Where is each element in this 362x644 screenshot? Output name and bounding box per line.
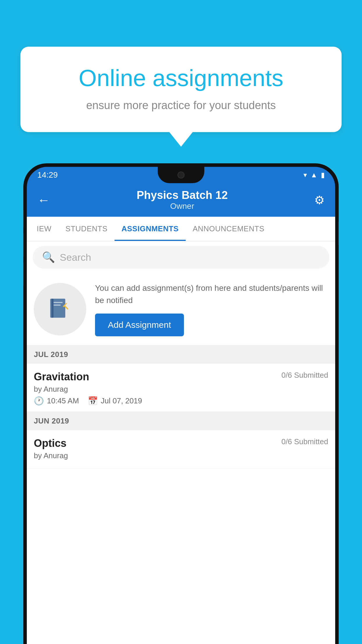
assignment-date: 📅 Jul 07, 2019 [88, 396, 142, 406]
front-camera [178, 172, 184, 178]
speech-bubble-title: Online assignments [44, 64, 318, 92]
battery-icon: ▮ [321, 171, 325, 179]
svg-rect-3 [54, 304, 61, 305]
section-header-jun: JUN 2019 [27, 412, 335, 430]
assignment-top-row: Gravitation 0/6 Submitted [34, 371, 328, 383]
assignment-author-optics: by Anurag [34, 451, 328, 460]
notch [158, 167, 204, 183]
clock-icon: 🕐 [34, 396, 44, 406]
status-icons: ▾ ▲ ▮ [303, 171, 325, 179]
signal-icon: ▲ [310, 171, 317, 179]
svg-rect-2 [54, 302, 63, 303]
batch-name: Physics Batch 12 [50, 189, 314, 202]
time-value: 10:45 AM [47, 396, 79, 405]
speech-bubble-wrapper: Online assignments ensure more practice … [20, 47, 342, 147]
tab-assignments[interactable]: ASSIGNMENTS [115, 217, 186, 241]
speech-bubble-subtitle: ensure more practice for your students [44, 99, 318, 112]
status-time: 14:29 [37, 170, 58, 180]
assignment-top-row-optics: Optics 0/6 Submitted [34, 437, 328, 449]
promo-text: You can add assignment(s) from here and … [95, 282, 328, 307]
svg-rect-1 [52, 299, 54, 318]
search-bar-wrapper: 🔍 Search [27, 241, 335, 273]
assignment-item-gravitation[interactable]: Gravitation 0/6 Submitted by Anurag 🕐 10… [27, 364, 335, 412]
volume-down-button [23, 233, 24, 257]
section-header-jul: JUL 2019 [27, 345, 335, 364]
assignment-meta: 🕐 10:45 AM 📅 Jul 07, 2019 [34, 396, 328, 406]
promo-right: You can add assignment(s) from here and … [95, 282, 328, 336]
tab-students[interactable]: STUDENTS [59, 217, 115, 241]
volume-up-button [23, 210, 24, 228]
assignment-time: 🕐 10:45 AM [34, 396, 79, 406]
phone-frame: 14:29 ▾ ▲ ▮ ← Physics Batch 12 Owner ⚙ I… [23, 163, 339, 644]
assignment-name-optics: Optics [34, 437, 66, 449]
assignment-submitted: 0/6 Submitted [282, 371, 328, 380]
section-month-jul: JUL 2019 [34, 350, 68, 359]
assignment-item-optics[interactable]: Optics 0/6 Submitted by Anurag [27, 430, 335, 469]
speech-bubble-card: Online assignments ensure more practice … [20, 47, 342, 132]
promo-icon-circle [34, 283, 86, 335]
promo-section: You can add assignment(s) from here and … [27, 273, 335, 345]
tab-iew[interactable]: IEW [30, 217, 59, 241]
assignment-submitted-optics: 0/6 Submitted [282, 437, 328, 446]
silent-button [23, 262, 24, 286]
back-button[interactable]: ← [37, 193, 50, 207]
phone-screen: 14:29 ▾ ▲ ▮ ← Physics Batch 12 Owner ⚙ I… [27, 167, 335, 644]
power-button [338, 222, 339, 245]
settings-button[interactable]: ⚙ [314, 193, 325, 207]
speech-bubble-tail [169, 132, 193, 147]
search-icon: 🔍 [42, 251, 55, 263]
batch-role: Owner [50, 202, 314, 211]
assignment-name: Gravitation [34, 371, 89, 383]
assignment-author: by Anurag [34, 385, 328, 394]
search-placeholder: Search [60, 252, 91, 263]
calendar-icon: 📅 [88, 396, 98, 406]
app-header: ← Physics Batch 12 Owner ⚙ [27, 183, 335, 217]
header-title-wrapper: Physics Batch 12 Owner [50, 189, 314, 211]
wifi-icon: ▾ [303, 171, 307, 179]
screen-content: 🔍 Search You can add [27, 241, 335, 644]
tab-announcements[interactable]: ANNOUNCEMENTS [186, 217, 271, 241]
status-bar: 14:29 ▾ ▲ ▮ [27, 167, 335, 183]
section-month-jun: JUN 2019 [34, 416, 69, 425]
search-bar[interactable]: 🔍 Search [33, 246, 329, 269]
date-value: Jul 07, 2019 [101, 396, 142, 405]
tab-bar: IEW STUDENTS ASSIGNMENTS ANNOUNCEMENTS [27, 217, 335, 241]
notebook-icon [47, 296, 73, 322]
add-assignment-button[interactable]: Add Assignment [95, 314, 184, 336]
